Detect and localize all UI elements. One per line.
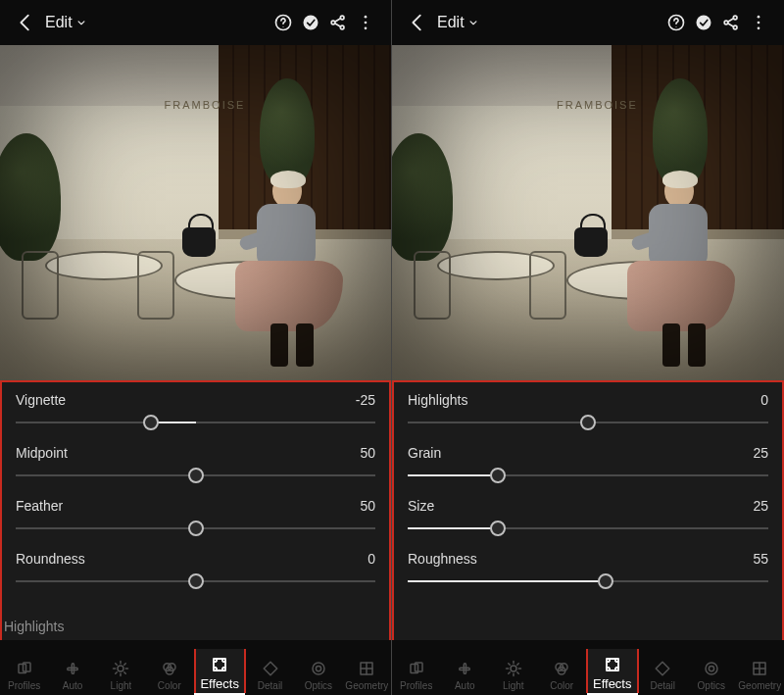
svg-rect-27 xyxy=(214,659,225,670)
optics-icon xyxy=(702,659,721,678)
nav-light[interactable]: Light xyxy=(97,659,145,693)
nav-label: Optics xyxy=(698,680,725,691)
svg-point-42 xyxy=(758,16,760,19)
panel-left: Edit FRAMBOISE Vignette xyxy=(0,0,392,695)
slider-knob[interactable] xyxy=(188,468,204,483)
geometry-icon xyxy=(750,659,769,678)
svg-point-1 xyxy=(283,26,284,27)
slider-knob[interactable] xyxy=(580,415,596,430)
nav-geometry[interactable]: Geometry xyxy=(736,659,785,693)
nav-color[interactable]: Color xyxy=(145,659,193,693)
more-button[interactable] xyxy=(745,9,772,36)
edit-label: Edit xyxy=(437,14,465,31)
slider-knob[interactable] xyxy=(490,521,506,536)
svg-line-21 xyxy=(124,672,126,674)
photo-preview[interactable]: FRAMBOISE xyxy=(0,45,391,380)
svg-line-54 xyxy=(509,664,511,666)
back-button[interactable] xyxy=(12,9,39,36)
slider-knob[interactable] xyxy=(188,573,204,589)
nav-auto[interactable]: Auto xyxy=(48,659,96,693)
svg-point-64 xyxy=(709,666,713,670)
accept-button[interactable] xyxy=(297,9,324,36)
svg-point-9 xyxy=(365,22,368,25)
slider-roundness: Roundness 0 xyxy=(16,551,375,590)
photo-preview[interactable]: FRAMBOISE xyxy=(392,45,784,380)
slider-value: 0 xyxy=(760,392,768,408)
nav-optics[interactable]: Optics xyxy=(687,659,736,693)
svg-point-35 xyxy=(676,26,677,27)
slider-label: Size xyxy=(408,498,434,514)
nav-effects[interactable]: Effects xyxy=(194,649,246,693)
slider-value: 50 xyxy=(360,498,375,514)
back-button[interactable] xyxy=(404,9,431,36)
svg-line-57 xyxy=(509,672,511,674)
share-button[interactable] xyxy=(717,9,745,36)
profiles-icon xyxy=(15,659,34,678)
nav-effects[interactable]: Effects xyxy=(586,649,639,693)
svg-point-36 xyxy=(697,16,711,30)
top-bar: Edit xyxy=(0,0,391,45)
slider-label: Feather xyxy=(16,498,63,514)
nav-light[interactable]: Light xyxy=(489,659,538,693)
slider-track[interactable] xyxy=(408,414,768,431)
slider-track[interactable] xyxy=(408,467,768,484)
svg-point-15 xyxy=(118,666,123,671)
share-button[interactable] xyxy=(324,9,352,36)
nav-geometry[interactable]: Geometry xyxy=(343,659,391,693)
svg-point-30 xyxy=(316,666,320,670)
svg-point-2 xyxy=(304,16,318,30)
slider-track[interactable] xyxy=(16,467,375,484)
edit-menu[interactable]: Edit xyxy=(437,14,480,31)
light-icon xyxy=(504,659,523,678)
more-button[interactable] xyxy=(352,9,379,36)
nav-label: Light xyxy=(503,680,524,691)
svg-point-43 xyxy=(758,22,760,25)
top-bar: Edit xyxy=(392,0,784,45)
svg-marker-62 xyxy=(657,662,670,675)
nav-detail[interactable]: Detail xyxy=(246,659,294,693)
nav-color[interactable]: Color xyxy=(538,659,587,693)
slider-track[interactable] xyxy=(16,520,375,537)
slider-knob[interactable] xyxy=(490,468,506,483)
slider-track[interactable] xyxy=(16,414,375,431)
nav-profiles[interactable]: Profiles xyxy=(0,659,48,693)
slider-value: 55 xyxy=(753,551,768,567)
slider-label: Midpoint xyxy=(16,445,68,461)
nav-label: Color xyxy=(158,680,181,691)
slider-knob[interactable] xyxy=(188,521,204,536)
edit-menu[interactable]: Edit xyxy=(45,14,88,31)
auto-icon xyxy=(63,659,82,678)
nav-auto[interactable]: Auto xyxy=(441,659,490,693)
nav-label: Geometry xyxy=(345,680,388,691)
svg-marker-28 xyxy=(264,662,277,675)
slider-label: Highlights xyxy=(408,392,467,408)
color-icon xyxy=(160,659,179,678)
slider-value: 0 xyxy=(368,551,375,567)
svg-point-44 xyxy=(758,27,760,30)
slider-size: Size 25 xyxy=(408,498,768,537)
slider-knob[interactable] xyxy=(598,573,613,589)
slider-label: Roundness xyxy=(16,551,85,567)
slider-knob[interactable] xyxy=(143,415,159,430)
bottom-nav: Profiles Auto Light Color Effects Detail… xyxy=(0,640,391,695)
help-button[interactable] xyxy=(270,9,297,36)
slider-value: 25 xyxy=(753,445,768,461)
svg-line-22 xyxy=(124,664,126,666)
slider-track[interactable] xyxy=(408,572,768,590)
accept-button[interactable] xyxy=(690,9,717,36)
svg-point-63 xyxy=(706,663,717,674)
panel-right: Edit FRAMBOISE Highlights xyxy=(392,0,784,695)
nav-label: Profiles xyxy=(400,680,432,691)
slider-value: 25 xyxy=(753,498,768,514)
nav-label: Geometry xyxy=(738,680,781,691)
nav-profiles[interactable]: Profiles xyxy=(392,659,441,693)
nav-label: Light xyxy=(111,680,132,691)
slider-track[interactable] xyxy=(408,520,768,537)
nav-optics[interactable]: Optics xyxy=(294,659,342,693)
help-button[interactable] xyxy=(662,9,690,36)
nav-label: Optics xyxy=(305,680,332,691)
slider-track[interactable] xyxy=(16,572,375,590)
wall-sign: FRAMBOISE xyxy=(557,99,638,111)
svg-line-23 xyxy=(116,672,118,674)
nav-detail[interactable]: Detail xyxy=(639,659,688,693)
